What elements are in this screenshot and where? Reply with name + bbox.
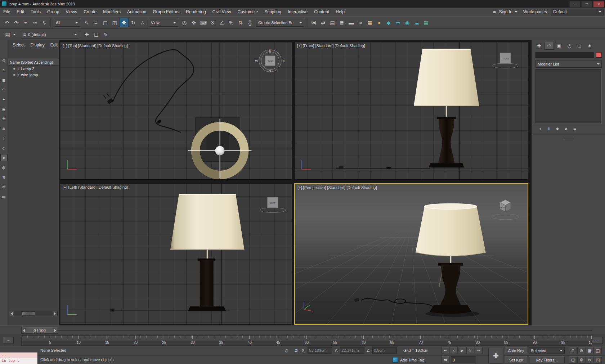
- scene-explorer-menu-item[interactable]: Select: [10, 42, 27, 48]
- render-production-icon[interactable]: ◉: [403, 18, 412, 27]
- percent-snap-icon[interactable]: %: [227, 18, 236, 27]
- x-coordinate-field[interactable]: [308, 347, 332, 354]
- maximize-viewport-icon[interactable]: ◳: [594, 356, 602, 364]
- trackbar-end-icon[interactable]: ▭: [592, 337, 603, 344]
- time-slider-handle[interactable]: 0 / 100: [21, 327, 58, 334]
- y-coordinate-field[interactable]: [340, 347, 364, 354]
- select-by-name-icon[interactable]: ≡: [91, 18, 100, 27]
- display-shapes-icon[interactable]: ◠: [0, 86, 8, 93]
- key-filters-button[interactable]: Key Filters...: [529, 356, 565, 363]
- maxscript-mini-listener[interactable]: -- In top-l: [0, 352, 38, 364]
- menu-item[interactable]: Rendering: [183, 8, 209, 15]
- perspective-viewport-canvas[interactable]: FRONT: [295, 184, 528, 324]
- isolate-selection-icon[interactable]: ◎: [283, 347, 290, 354]
- sync-selection-icon[interactable]: ⇄: [0, 183, 8, 190]
- rendered-frame-icon[interactable]: ▭: [393, 18, 403, 27]
- zoom-extents-icon[interactable]: ▣: [586, 347, 593, 354]
- menu-item[interactable]: Content: [311, 8, 332, 15]
- sort-header[interactable]: Name (Sorted Ascending): [8, 59, 59, 66]
- add-time-tag[interactable]: Add Time Tag: [393, 357, 424, 363]
- mirror-icon[interactable]: ⋈: [309, 18, 318, 27]
- power-plug[interactable]: [107, 98, 113, 104]
- ribbon-toggle-icon[interactable]: ▬: [346, 18, 356, 27]
- go-to-start-icon[interactable]: ⇤: [442, 347, 449, 354]
- set-key-button[interactable]: Set Key: [505, 356, 527, 363]
- previous-frame-icon[interactable]: ◁: [450, 347, 458, 354]
- render-setup-icon[interactable]: ◆: [384, 18, 393, 27]
- render-gallery-icon[interactable]: ▦: [421, 18, 431, 27]
- menu-item[interactable]: Tools: [27, 8, 44, 15]
- front-viewport-canvas[interactable]: FRONT: [295, 42, 528, 179]
- close-button[interactable]: ×: [593, 1, 604, 8]
- visibility-eye-icon[interactable]: ◉: [13, 67, 15, 70]
- select-and-rotate-icon[interactable]: ↻: [129, 18, 138, 27]
- set-keys-large-button[interactable]: ✚: [488, 348, 503, 364]
- display-visibility-icon[interactable]: ●: [0, 154, 8, 161]
- tab-hierarchy[interactable]: ▣: [555, 42, 564, 50]
- pan-icon[interactable]: ✥: [577, 356, 585, 364]
- show-end-result-icon[interactable]: ‖: [545, 126, 552, 132]
- named-selection-sets-icon[interactable]: {}: [245, 18, 255, 27]
- display-spacewarps-icon[interactable]: ≋: [0, 125, 8, 132]
- workspaces-dropdown[interactable]: Default: [551, 9, 604, 15]
- current-frame-spinner[interactable]: [451, 356, 476, 363]
- scrollbar-thumb[interactable]: [22, 311, 35, 315]
- render-cloud-icon[interactable]: ☁: [412, 18, 421, 27]
- display-bones-icon[interactable]: ≀: [0, 135, 8, 142]
- macro-recorder-line[interactable]: --: [0, 352, 37, 358]
- object-label[interactable]: wire lamp: [21, 73, 38, 77]
- unlink-selection-icon[interactable]: ⚮: [30, 18, 40, 27]
- chevron-down-icon[interactable]: [13, 34, 16, 35]
- tab-create[interactable]: ✚: [534, 42, 544, 50]
- select-object-icon[interactable]: ↖: [82, 18, 91, 27]
- scroll-right-icon[interactable]: [53, 311, 57, 316]
- scene-explorer-toggle-icon[interactable]: ▤: [328, 18, 337, 27]
- menu-item[interactable]: Scripting: [261, 8, 284, 15]
- power-cord[interactable]: [113, 50, 194, 132]
- make-unique-icon[interactable]: ❖: [554, 126, 561, 132]
- layer-properties-icon[interactable]: ✎: [101, 30, 110, 39]
- object-color-swatch[interactable]: [596, 52, 602, 58]
- orbit-icon[interactable]: ↻: [586, 356, 593, 364]
- select-and-manipulate-icon[interactable]: ✜: [189, 18, 198, 27]
- menu-item[interactable]: Civil View: [209, 8, 234, 15]
- spinner-snap-icon[interactable]: ⇅: [236, 18, 245, 27]
- select-and-link-icon[interactable]: ⚭: [21, 18, 30, 27]
- display-helpers-icon[interactable]: ✚: [0, 115, 8, 122]
- scroll-left-icon[interactable]: [9, 311, 14, 316]
- minimize-button[interactable]: ─: [569, 1, 581, 8]
- tab-utilities[interactable]: ✶: [585, 42, 594, 50]
- viewcube[interactable]: FRONT: [492, 200, 519, 220]
- viewport-perspective[interactable]: [+] [Perspective] [Standard] [Default Sh…: [294, 183, 528, 325]
- panel-resize-grip[interactable]: [564, 137, 574, 139]
- align-icon[interactable]: ⇄: [318, 18, 328, 27]
- display-containers-icon[interactable]: ◇: [0, 144, 8, 152]
- viewcube[interactable]: FRONT: [492, 53, 518, 68]
- window-crossing-icon[interactable]: ◫: [110, 18, 119, 27]
- play-icon[interactable]: ▶: [458, 347, 466, 354]
- modifier-stack[interactable]: [535, 69, 602, 124]
- viewcube-compass[interactable]: TOP N W E S: [255, 50, 285, 73]
- display-frozen-icon[interactable]: ◍: [0, 164, 8, 171]
- key-filter-scope-dropdown[interactable]: Selected: [529, 347, 565, 354]
- modifier-list-dropdown[interactable]: Modifier List: [535, 60, 602, 68]
- horizontal-scrollbar[interactable]: [9, 311, 58, 316]
- scene-object-row[interactable]: ◉ ○ wire lamp: [8, 72, 59, 78]
- curve-editor-icon[interactable]: ≈: [356, 18, 365, 27]
- next-frame-icon[interactable]: ▷: [466, 347, 474, 354]
- menu-item[interactable]: Customize: [234, 8, 261, 15]
- angle-snap-icon[interactable]: ∠: [217, 18, 227, 27]
- viewport-label[interactable]: [+] [Left] [Standard] [Default Shading]: [63, 185, 128, 189]
- undo-icon[interactable]: ↶: [2, 18, 12, 27]
- schematic-view-icon[interactable]: ▦: [365, 18, 375, 27]
- remove-modifier-icon[interactable]: ✕: [563, 126, 570, 132]
- active-layer-dropdown[interactable]: ≣ 0 (default): [21, 31, 79, 39]
- zoom-all-icon[interactable]: ⊛: [577, 347, 585, 354]
- menu-item[interactable]: Animation: [124, 8, 149, 15]
- zoom-icon[interactable]: ⊕: [569, 347, 577, 354]
- explorer-list-icon[interactable]: ▤: [3, 30, 12, 39]
- viewport-left[interactable]: [+] [Left] [Standard] [Default Shading]: [60, 183, 292, 325]
- time-slider[interactable]: 0 / 100: [0, 325, 605, 334]
- next-frame-arrow-icon[interactable]: [53, 327, 58, 333]
- top-viewport-canvas[interactable]: TOP N W E S: [60, 42, 292, 179]
